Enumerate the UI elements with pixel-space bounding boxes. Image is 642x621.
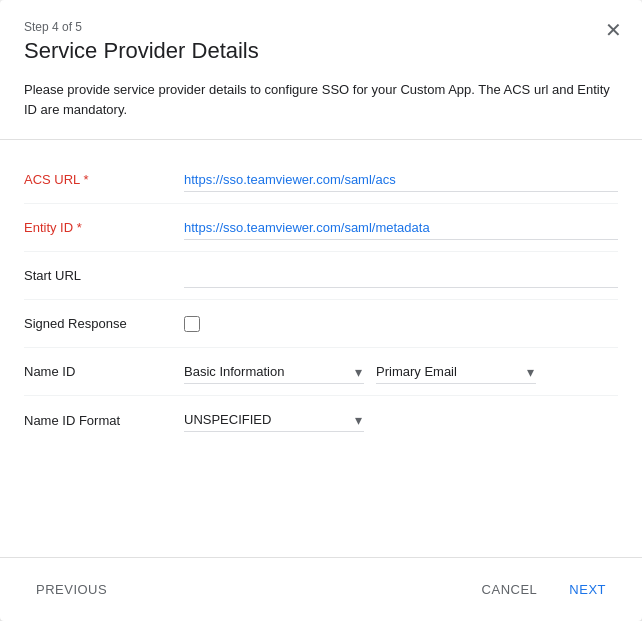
name-id-select-1-wrap: Basic Information Advanced Information ▾ [184,360,364,384]
name-id-format-select-wrap: UNSPECIFIED EMAIL PERSISTENT TRANSIENT ▾ [184,408,364,432]
dialog-footer: PREVIOUS CANCEL NEXT [0,557,642,621]
description-text: Please provide service provider details … [0,80,642,140]
start-url-value [184,264,618,288]
acs-url-label: ACS URL * [24,172,184,187]
acs-url-input[interactable] [184,168,618,192]
signed-response-field [184,316,618,332]
entity-id-row: Entity ID * [24,204,618,252]
name-id-label: Name ID [24,364,184,379]
step-label: Step 4 of 5 [24,20,618,34]
cancel-button[interactable]: CANCEL [470,574,550,605]
close-button[interactable]: ✕ [601,16,626,44]
signed-response-row: Signed Response [24,300,618,348]
name-id-format-row: Name ID Format UNSPECIFIED EMAIL PERSIST… [24,396,618,444]
name-id-format-label: Name ID Format [24,413,184,428]
form-body: ACS URL * Entity ID * Start URL Signed R… [0,140,642,557]
entity-id-input[interactable] [184,216,618,240]
name-id-format-field: UNSPECIFIED EMAIL PERSISTENT TRANSIENT ▾ [184,408,618,432]
entity-id-value [184,216,618,240]
previous-button[interactable]: PREVIOUS [24,574,119,605]
entity-id-label: Entity ID * [24,220,184,235]
footer-left: PREVIOUS [24,574,119,605]
acs-url-row: ACS URL * [24,156,618,204]
name-id-select-1[interactable]: Basic Information Advanced Information [184,360,364,384]
start-url-label: Start URL [24,268,184,283]
name-id-select-2[interactable]: Primary Email Secondary Email [376,360,536,384]
footer-right: CANCEL NEXT [470,574,618,605]
start-url-input[interactable] [184,264,618,288]
start-url-row: Start URL [24,252,618,300]
signed-response-checkbox[interactable] [184,316,200,332]
dialog: Step 4 of 5 Service Provider Details ✕ P… [0,0,642,621]
name-id-format-select[interactable]: UNSPECIFIED EMAIL PERSISTENT TRANSIENT [184,408,364,432]
next-button[interactable]: NEXT [557,574,618,605]
name-id-row: Name ID Basic Information Advanced Infor… [24,348,618,396]
dialog-header: Step 4 of 5 Service Provider Details ✕ [0,0,642,80]
close-icon: ✕ [605,19,622,41]
dialog-title: Service Provider Details [24,38,618,64]
name-id-selects: Basic Information Advanced Information ▾… [184,360,618,384]
name-id-select-2-wrap: Primary Email Secondary Email ▾ [376,360,536,384]
signed-response-label: Signed Response [24,316,184,331]
acs-url-value [184,168,618,192]
